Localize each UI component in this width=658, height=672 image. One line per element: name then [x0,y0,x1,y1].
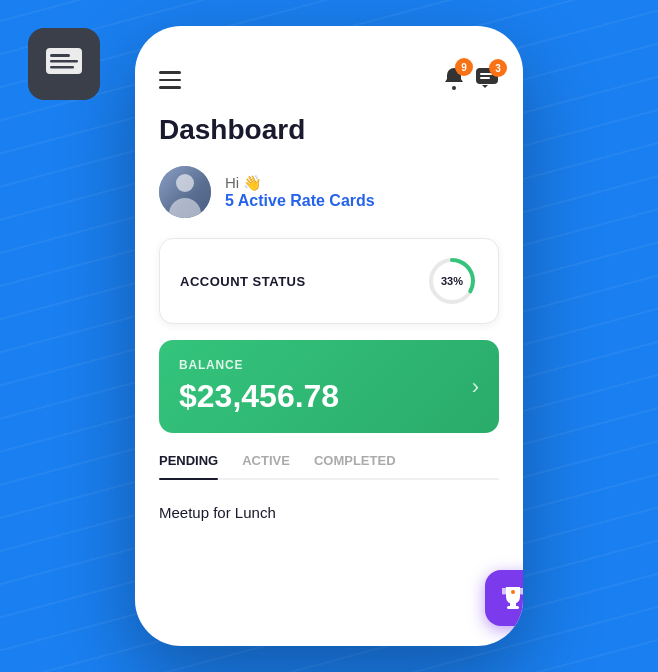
tabs-bar: PENDING ACTIVE COMPLETED [159,453,499,480]
active-cards-line: 5 Active Rate Cards [225,192,375,210]
page-title: Dashboard [159,114,499,146]
hi-line: Hi 👋 [225,174,375,192]
trophy-icon [499,584,523,612]
account-status-progress: 33% [426,255,478,307]
svg-rect-10 [510,602,516,606]
greeting-text-block: Hi 👋 5 Active Rate Cards [225,174,375,210]
progress-percent: 33% [441,275,463,287]
svg-rect-3 [50,66,74,69]
notification-button[interactable]: 9 [443,66,465,94]
account-status-card[interactable]: ACCOUNT STATUS 33% [159,238,499,324]
balance-label: BALANCE [179,358,339,372]
balance-card[interactable]: BALANCE $23,456.78 › [159,340,499,433]
account-status-label: ACCOUNT STATUS [180,274,306,289]
messages-badge: 3 [489,59,507,77]
svg-point-12 [511,590,515,594]
active-cards-count: 5 [225,192,234,209]
svg-rect-1 [50,54,70,57]
avatar [159,166,211,218]
phone-frame: 9 3 Dashboard Hi [135,26,523,646]
app-icon-graphic [44,46,84,82]
tab-active[interactable]: ACTIVE [242,453,290,478]
header-bar: 9 3 [159,66,499,94]
app-icon[interactable] [28,28,100,100]
header-icons: 9 3 [443,66,499,94]
svg-rect-2 [50,60,78,63]
svg-rect-7 [480,77,490,79]
user-greeting: Hi 👋 5 Active Rate Cards [159,166,499,218]
balance-amount: $23,456.78 [179,378,339,415]
tab-completed[interactable]: COMPLETED [314,453,396,478]
svg-rect-11 [507,606,519,609]
balance-chevron-icon: › [472,374,479,400]
svg-point-4 [452,86,456,90]
balance-info: BALANCE $23,456.78 [179,358,339,415]
phone-notch [269,26,389,54]
trophy-fab-button[interactable] [485,570,523,626]
hamburger-line-3 [159,86,181,89]
list-item[interactable]: Meetup for Lunch [159,496,499,529]
avatar-image [159,166,211,218]
hamburger-line-2 [159,79,181,82]
hamburger-line-1 [159,71,181,74]
tab-pending[interactable]: PENDING [159,453,218,478]
active-cards-label: Active Rate Cards [238,192,375,209]
notification-badge: 9 [455,58,473,76]
menu-button[interactable] [159,71,181,89]
messages-button[interactable]: 3 [475,67,499,93]
